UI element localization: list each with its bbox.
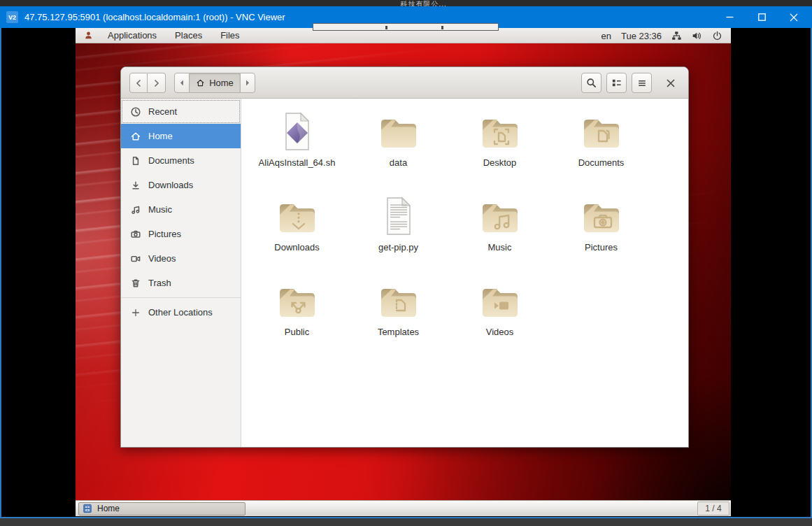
- file-item-downloads[interactable]: Downloads: [246, 194, 348, 278]
- workspace-pager[interactable]: 1 / 4: [697, 502, 729, 516]
- file-item-desktop[interactable]: Desktop: [449, 109, 550, 194]
- file-name-label: AliAqsInstall_64.sh: [259, 157, 336, 168]
- pictures-icon: [130, 229, 141, 240]
- file-item-documents[interactable]: Documents: [550, 109, 652, 194]
- breadcrumb-home[interactable]: Home: [190, 73, 240, 93]
- downloads-icon: [130, 180, 141, 191]
- files-window: Home: [120, 66, 689, 448]
- forward-icon: [153, 79, 159, 87]
- folder-videos-icon: [478, 278, 522, 323]
- sidebar-item-label: Trash: [148, 278, 171, 288]
- file-item-music[interactable]: Music: [449, 194, 550, 278]
- close-icon: [790, 13, 798, 22]
- taskbar-window-label: Home: [97, 504, 120, 513]
- folder-public-icon: [275, 278, 320, 323]
- volume-icon[interactable]: [692, 31, 702, 41]
- script-file-icon: [275, 109, 320, 154]
- taskbar-window-button[interactable]: Home: [78, 502, 245, 516]
- sidebar-item-downloads[interactable]: Downloads: [121, 173, 241, 197]
- folder-desktop-icon: [478, 109, 522, 154]
- sidebar-item-music[interactable]: Music: [121, 197, 241, 222]
- vnc-client-area: ApplicationsPlacesFiles en Tue 23:36: [0, 28, 812, 518]
- sidebar-item-documents[interactable]: Documents: [121, 148, 241, 173]
- view-toggle-button[interactable]: [606, 73, 627, 93]
- distro-icon: [84, 31, 93, 40]
- sidebar-item-pictures[interactable]: Pictures: [121, 222, 241, 246]
- vnc-toolbar-peek[interactable]: [313, 23, 499, 31]
- file-name-label: Music: [488, 242, 512, 253]
- file-cabinet-icon: [83, 504, 92, 513]
- triangle-right-icon: [245, 80, 250, 86]
- home-icon: [130, 131, 141, 142]
- file-pane: AliAqsInstall_64.shdataDesktopDocumentsD…: [241, 99, 688, 447]
- file-name-label: Templates: [378, 327, 419, 337]
- file-item-get-pip-py[interactable]: get-pip.py: [348, 194, 449, 278]
- other-icon: [130, 307, 141, 318]
- back-button[interactable]: [129, 73, 148, 93]
- documents-icon: [130, 155, 141, 166]
- maximize-button[interactable]: [746, 6, 778, 28]
- file-item-templates[interactable]: Templates: [348, 278, 449, 363]
- file-name-label: get-pip.py: [378, 242, 418, 253]
- sidebar-item-label: Music: [148, 204, 172, 215]
- vnc-logo-icon: V2: [6, 11, 18, 23]
- text-file-icon: [376, 194, 421, 239]
- sidebar-item-label: Videos: [148, 253, 176, 264]
- search-button[interactable]: [581, 73, 601, 93]
- desktop-background-strip: [0, 518, 812, 526]
- files-toolbar: Home: [121, 67, 688, 99]
- files-sidebar: RecentHomeDocumentsDownloadsMusicPicture…: [121, 99, 241, 447]
- sidebar-item-recent[interactable]: Recent: [121, 99, 241, 124]
- sidebar-item-label: Home: [148, 131, 173, 141]
- file-name-label: Downloads: [274, 242, 319, 253]
- sidebar-item-label: Downloads: [148, 180, 193, 190]
- background-app-title: 科技有限公...: [401, 0, 447, 6]
- file-item-data[interactable]: data: [348, 109, 449, 194]
- window-close-button[interactable]: [662, 73, 680, 93]
- sidebar-item-home[interactable]: Home: [121, 124, 241, 148]
- file-item-videos[interactable]: Videos: [449, 278, 550, 363]
- file-name-label: Desktop: [483, 157, 517, 168]
- vnc-viewer-window: 科技有限公... V2 47.75.127.95:5901 (localhost…: [0, 0, 812, 526]
- file-item-pictures[interactable]: Pictures: [550, 194, 652, 278]
- clock[interactable]: Tue 23:36: [621, 31, 662, 41]
- folder-documents-icon: [579, 109, 624, 154]
- path-bar: Home: [174, 73, 255, 93]
- file-name-label: Public: [285, 327, 309, 337]
- view-list-icon: [611, 78, 622, 88]
- file-name-label: Pictures: [585, 242, 618, 253]
- folder-icon: [376, 109, 421, 154]
- path-scroll-left-button[interactable]: [174, 73, 190, 93]
- sidebar-item-videos[interactable]: Videos: [121, 246, 241, 271]
- file-item-public[interactable]: Public: [246, 278, 348, 363]
- music-icon: [130, 204, 141, 215]
- window-list-taskbar: Home 1 / 4: [76, 500, 731, 516]
- home-icon: [196, 78, 205, 87]
- hamburger-icon: [637, 78, 647, 88]
- top-bar-menu-files[interactable]: Files: [220, 30, 239, 41]
- folder-templates-icon: [376, 278, 421, 323]
- sidebar-item-other-locations[interactable]: Other Locations: [121, 300, 241, 325]
- close-button[interactable]: [778, 6, 810, 28]
- keyboard-layout[interactable]: en: [601, 31, 611, 41]
- file-name-label: Videos: [486, 327, 514, 337]
- network-icon[interactable]: [671, 31, 682, 41]
- remote-desktop: ApplicationsPlacesFiles en Tue 23:36: [76, 28, 731, 516]
- window-close-icon: [667, 79, 675, 87]
- search-icon: [586, 78, 597, 88]
- minimize-button[interactable]: [713, 6, 746, 28]
- file-name-label: Documents: [578, 157, 625, 168]
- recent-icon: [130, 106, 141, 118]
- sidebar-item-trash[interactable]: Trash: [121, 271, 241, 295]
- breadcrumb-label: Home: [209, 78, 234, 88]
- file-item-aliaqsinstall-64-sh[interactable]: AliAqsInstall_64.sh: [246, 109, 348, 194]
- top-bar-menu-places[interactable]: Places: [175, 30, 202, 41]
- menu-button[interactable]: [632, 73, 652, 93]
- path-scroll-right-button[interactable]: [240, 73, 255, 93]
- maximize-icon: [758, 13, 766, 21]
- top-bar-menu-applications[interactable]: Applications: [108, 30, 157, 41]
- sidebar-item-label: Other Locations: [148, 307, 213, 318]
- forward-button[interactable]: [148, 73, 166, 93]
- folder-downloads-icon: [275, 194, 320, 239]
- power-icon[interactable]: [712, 31, 722, 41]
